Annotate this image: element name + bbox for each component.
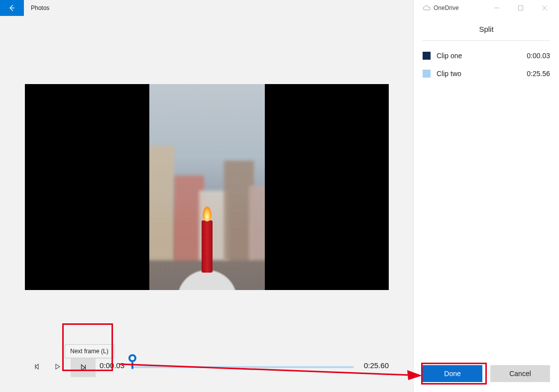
maximize-icon xyxy=(518,5,523,10)
next-frame-button[interactable] xyxy=(71,358,96,377)
playback-controls: Next frame (L) 0:00.03 0:25.60 xyxy=(25,344,389,384)
window-close-button[interactable] xyxy=(533,2,556,14)
timeline-scrubber[interactable] xyxy=(128,354,136,362)
split-panel: OneDrive Split Clip one 0:00.03 Clip two… xyxy=(413,0,559,392)
scrubber-stem xyxy=(131,362,133,369)
play-button[interactable] xyxy=(49,358,66,375)
clip-color-swatch xyxy=(423,70,431,78)
minimize-icon xyxy=(494,5,499,10)
done-button[interactable]: Done xyxy=(423,365,482,382)
onedrive-label: OneDrive xyxy=(434,4,459,11)
close-icon xyxy=(542,5,547,10)
clip-duration: 0:25.56 xyxy=(527,70,550,78)
back-button[interactable] xyxy=(0,0,24,16)
previous-frame-icon xyxy=(34,363,41,370)
next-frame-tooltip: Next frame (L) xyxy=(65,344,114,358)
svg-rect-0 xyxy=(519,6,523,10)
back-arrow-icon xyxy=(8,4,16,12)
current-time: 0:00.03 xyxy=(100,361,124,370)
video-preview xyxy=(25,84,389,290)
previous-frame-button[interactable] xyxy=(29,358,46,375)
play-icon xyxy=(54,363,61,370)
clip-color-swatch xyxy=(423,52,431,60)
window-minimize-button[interactable] xyxy=(485,2,508,14)
clip-name: Clip two xyxy=(437,70,461,78)
clip-row[interactable]: Clip one 0:00.03 xyxy=(423,47,550,65)
timeline-track[interactable] xyxy=(132,366,354,368)
video-content-image xyxy=(149,84,265,290)
onedrive-icon xyxy=(423,5,431,11)
cancel-button[interactable]: Cancel xyxy=(490,365,550,382)
clip-duration: 0:00.03 xyxy=(527,52,550,60)
main-area: Next frame (L) 0:00.03 0:25.60 xyxy=(0,16,413,392)
next-frame-icon xyxy=(79,364,87,372)
clip-list: Clip one 0:00.03 Clip two 0:25.56 xyxy=(414,41,559,83)
end-time: 0:25.60 xyxy=(364,361,389,370)
clip-name: Clip one xyxy=(437,52,462,60)
window-maximize-button[interactable] xyxy=(509,2,532,14)
clip-row[interactable]: Clip two 0:25.56 xyxy=(423,65,550,83)
panel-title: Split xyxy=(414,16,559,40)
